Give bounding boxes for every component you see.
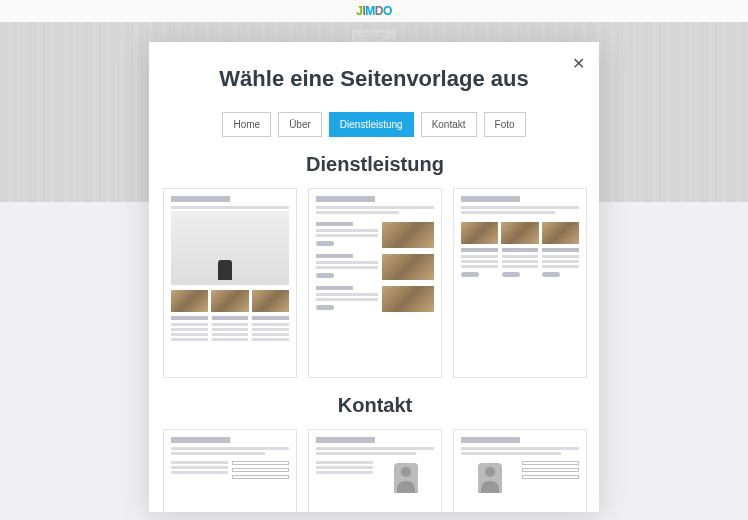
filter-foto[interactable]: Foto <box>484 112 526 137</box>
template-card[interactable] <box>453 188 587 378</box>
close-icon[interactable]: ✕ <box>572 56 585 72</box>
template-grid-kontakt <box>163 429 587 512</box>
template-scroll-area[interactable]: Dienstleistung <box>149 149 599 512</box>
jimdo-logo: JIMDO <box>356 4 392 18</box>
filter-kontakt[interactable]: Kontakt <box>421 112 477 137</box>
section-title-kontakt: Kontakt <box>163 394 587 417</box>
template-card[interactable] <box>308 429 442 512</box>
template-picker-modal: ✕ Wähle eine Seitenvorlage aus Home Über… <box>149 42 599 512</box>
filter-row: Home Über Dienstleistung Kontakt Foto <box>149 106 599 149</box>
modal-title: Wähle eine Seitenvorlage aus <box>149 42 599 106</box>
section-title-dienstleistung: Dienstleistung <box>163 153 587 176</box>
avatar-icon <box>478 463 502 493</box>
filter-home[interactable]: Home <box>222 112 271 137</box>
avatar-icon <box>394 463 418 493</box>
top-bar: JIMDO <box>0 0 748 22</box>
filter-ueber[interactable]: Über <box>278 112 322 137</box>
template-card[interactable] <box>453 429 587 512</box>
template-card[interactable] <box>163 429 297 512</box>
template-grid-dienstleistung <box>163 188 587 378</box>
template-card[interactable] <box>163 188 297 378</box>
template-card[interactable] <box>308 188 442 378</box>
filter-dienstleistung[interactable]: Dienstleistung <box>329 112 414 137</box>
